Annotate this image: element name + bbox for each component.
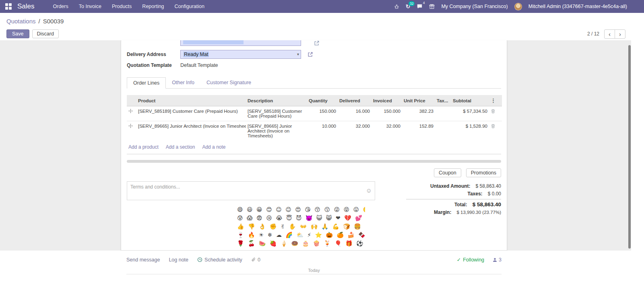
menu-configuration[interactable]: Configuration	[175, 4, 204, 9]
add-a-product-link[interactable]: Add a product	[128, 144, 159, 150]
coupon-button[interactable]: Coupon	[434, 168, 461, 177]
messages-icon[interactable]: 4	[417, 4, 423, 9]
delivery-address-input[interactable]: Ready Mat ▾	[180, 50, 301, 59]
check-icon: ✓	[457, 257, 461, 263]
cell-description[interactable]: [SERV_89665] Junior Architect (Invoice o…	[246, 121, 307, 141]
refresh-icon[interactable]: ↻ 32	[406, 4, 411, 9]
emoji-row[interactable]: 😄 😃 😀 😊 ☺ 😉 😍 😘 😚 😗 😜 😝 😛 🙂 😏	[237, 205, 365, 214]
terms-and-conditions-input[interactable]	[127, 181, 375, 200]
user-avatar[interactable]	[514, 3, 522, 10]
optional-columns-toggle[interactable]: ⋮	[489, 95, 502, 106]
breadcrumb-quotations-link[interactable]: Quotations	[6, 18, 36, 25]
open-record-icon[interactable]	[314, 40, 320, 46]
emoji-row[interactable]: 👍 👎 👌 ✊ ✌ ✋ 👐 🙌 🙏 💪 🍞 🍔 🍟 🍗 🍀	[237, 222, 365, 231]
company-switcher[interactable]: My Company (San Francisco)	[441, 4, 508, 9]
add-a-section-link[interactable]: Add a section	[166, 144, 195, 150]
tab-other-info[interactable]: Other Info	[166, 77, 200, 89]
quotation-template-value[interactable]: Default Template	[180, 62, 218, 68]
followers-button[interactable]: 3	[492, 257, 502, 263]
systray: ↻ 32 4 My Company (San Francisco) Mitche…	[394, 3, 627, 10]
following-button[interactable]: ✓ Following	[457, 257, 484, 263]
column-subtotal[interactable]: Subtotal	[451, 95, 489, 106]
cell-invoiced[interactable]: 150.000	[372, 106, 402, 121]
menu-products[interactable]: Products	[112, 4, 132, 9]
total-label: Total:	[454, 202, 467, 207]
gift-icon[interactable]	[429, 4, 435, 9]
tab-customer-signature[interactable]: Customer Signature	[200, 77, 257, 89]
log-note-label: Log note	[169, 257, 188, 263]
column-taxes[interactable]: Tax...	[435, 95, 451, 106]
cell-delivered[interactable]: 16.000	[338, 106, 372, 121]
cell-unit-price[interactable]: 382.23	[402, 106, 435, 121]
totals-separator	[406, 199, 501, 199]
table-row: [SERV_585189] Customer Care (Prepaid Hou…	[127, 106, 502, 121]
column-product[interactable]: Product	[136, 95, 246, 106]
cell-description[interactable]: [SERV_585189] Customer Care (Prepaid Hou…	[246, 106, 307, 121]
top-navbar: Sales Orders To Invoice Products Reporti…	[0, 0, 644, 13]
apps-menu-icon[interactable]	[5, 3, 12, 10]
drag-handle-icon[interactable]	[127, 106, 136, 121]
cell-product[interactable]: [SERV_585189] Customer Care (Prepaid Hou…	[136, 106, 246, 121]
chatter: Send message Log note Schedule activity …	[0, 251, 644, 282]
attachments-button[interactable]: 0	[251, 257, 260, 263]
column-invoiced[interactable]: Invoiced	[372, 95, 402, 106]
delivery-address-label: Delivery Address	[127, 52, 180, 57]
cell-quantity[interactable]: 150.000	[307, 106, 338, 121]
delivery-address-row: Delivery Address Ready Mat ▾	[127, 50, 501, 59]
emoji-row[interactable]: 😰 😱 😨 😢 😭 😇 😈 👿 😺 😸 ❤ 💔 💕 😻 🙀	[237, 214, 365, 222]
followers-icon	[492, 257, 497, 262]
cell-delivered[interactable]: 32.000	[338, 121, 372, 141]
taxes-label: Taxes:	[467, 191, 482, 197]
schedule-activity-button[interactable]: Schedule activity	[197, 257, 242, 263]
delete-line-icon[interactable]	[489, 106, 502, 121]
pager-previous-button[interactable]: ‹	[604, 29, 615, 39]
emoji-picker-panel: 😄 😃 😀 😊 ☺ 😉 😍 😘 😚 😗 😜 😝 😛 🙂 😏 😰 😱 😨 😢 😭 …	[237, 205, 365, 249]
tab-order-lines[interactable]: Order Lines	[127, 77, 166, 89]
save-button[interactable]: Save	[6, 29, 29, 38]
pager-counter[interactable]: 2 / 12	[587, 31, 599, 37]
discard-button[interactable]: Discard	[32, 29, 59, 38]
menu-reporting[interactable]: Reporting	[142, 4, 164, 9]
cell-unit-price[interactable]: 152.89	[402, 121, 435, 141]
column-quantity[interactable]: Quantity	[307, 95, 338, 106]
cell-taxes[interactable]	[435, 121, 451, 141]
send-message-label: Send message	[126, 257, 160, 263]
user-menu[interactable]: Mitchell Admin (3347667-master-4e5c4a-al…	[528, 4, 627, 9]
cell-subtotal: $ 57,334.50	[451, 106, 489, 121]
cell-subtotal: $ 1,528.90	[451, 121, 489, 141]
cell-product[interactable]: [SERV_89665] Junior Architect (Invoice o…	[136, 121, 246, 141]
emoji-row[interactable]: 🍷 🔥 ☀ ❄ ☁ 🌈 ⛅ ⚡ ⭐ 🎃 🍊 🍰 🍫 🍭 🍬	[237, 231, 365, 239]
debug-icon[interactable]	[394, 4, 399, 9]
app-title[interactable]: Sales	[17, 2, 35, 10]
notebook-tabs: Order Lines Other Info Customer Signatur…	[127, 77, 501, 89]
log-note-button[interactable]: Log note	[169, 257, 188, 263]
pager-next-button[interactable]: ›	[615, 29, 625, 39]
delete-line-icon[interactable]	[489, 121, 502, 141]
promotions-button[interactable]: Promotions	[466, 168, 501, 177]
emoji-row[interactable]: 🌹 🍒 🍉 🍓 🍦 🍩 🎂 🍿 🍹 🎈 🎁 ⚽ 🎱 🎧 👾	[237, 239, 365, 248]
drag-handle-icon[interactable]	[127, 121, 136, 141]
date-divider: Today	[126, 268, 502, 274]
add-a-note-link[interactable]: Add a note	[202, 144, 225, 150]
order-lines-list: Product Description Quantity Delivered I…	[127, 95, 501, 154]
column-delivered[interactable]: Delivered	[338, 95, 372, 106]
partial-field-input[interactable]	[180, 40, 301, 46]
menu-orders[interactable]: Orders	[53, 4, 68, 9]
header-handle	[127, 95, 136, 106]
following-label: Following	[463, 257, 484, 263]
column-description[interactable]: Description	[246, 95, 307, 106]
cell-quantity[interactable]: 10.000	[307, 121, 338, 141]
date-divider-line	[126, 274, 502, 274]
menu-to-invoice[interactable]: To Invoice	[79, 4, 101, 9]
send-message-button[interactable]: Send message	[126, 257, 160, 263]
vertical-scrollbar[interactable]	[628, 45, 631, 249]
external-link-icon[interactable]	[308, 52, 313, 57]
cell-invoiced[interactable]: 32.000	[372, 121, 402, 141]
text-selection	[183, 40, 244, 44]
emoji-picker-icon[interactable]: ☺	[366, 187, 372, 193]
content-area: Delivery Address Ready Mat ▾ Quotation T…	[0, 40, 644, 251]
cell-taxes[interactable]	[435, 106, 451, 121]
breadcrumb-separator: /	[39, 18, 40, 25]
margin-value: $ 13,990.30 (23.77%)	[456, 210, 501, 215]
column-unit-price[interactable]: Unit Price	[402, 95, 435, 106]
